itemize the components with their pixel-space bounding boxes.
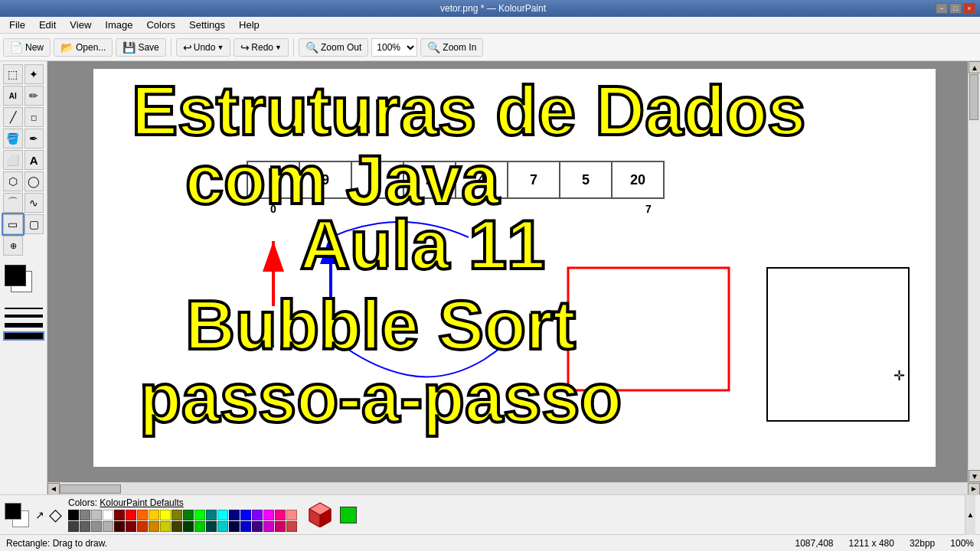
toolbox: ⬚ ✦ AI ✏ ╱ ◻ 🪣 ✒ ⬜ A ⬡ ◯ ⌒ ∿ ▭ ▢ (0, 61, 47, 494)
palette-color-3[interactable] (103, 510, 113, 520)
ai-select-tool[interactable]: AI (3, 86, 23, 106)
line-width-area (3, 305, 44, 342)
menu-file[interactable]: File (3, 18, 31, 32)
palette-color-16[interactable] (252, 510, 263, 520)
freehand-tool[interactable]: ✏ (24, 86, 44, 106)
palette-color-r2-4[interactable] (114, 521, 125, 532)
palette-color-2[interactable] (91, 510, 102, 520)
text-tool[interactable]: A (24, 150, 44, 170)
open-button[interactable]: 📂 Open... (54, 38, 113, 57)
scroll-right-button[interactable]: ► (968, 483, 980, 495)
palette-color-r2-0[interactable] (68, 521, 79, 532)
color-pick-tool[interactable]: ✒ (24, 129, 44, 148)
palette-color-5[interactable] (126, 510, 136, 520)
palette-color-12[interactable] (206, 510, 217, 520)
palette-color-r2-2[interactable] (91, 521, 102, 532)
magnifier-tool[interactable]: ⬜ (3, 150, 23, 170)
scroll-track-h[interactable] (60, 484, 968, 494)
palette-color-10[interactable] (183, 510, 194, 520)
palette-color-r2-12[interactable] (206, 521, 217, 532)
scroll-up-button[interactable]: ▲ (969, 61, 980, 73)
horizontal-scrollbar[interactable]: ◄ ► (47, 482, 980, 494)
eraser-tool[interactable]: ◻ (24, 107, 44, 127)
menu-image[interactable]: Image (99, 18, 139, 32)
palette-color-r2-19[interactable] (286, 521, 297, 532)
palette-color-r2-8[interactable] (160, 521, 171, 532)
scroll-thumb-h[interactable] (60, 484, 121, 494)
palette-color-4[interactable] (114, 510, 125, 520)
palette-color-6[interactable] (137, 510, 148, 520)
maximize-button[interactable]: □ (949, 3, 962, 14)
save-button[interactable]: 💾 Save (116, 38, 165, 57)
palette-color-15[interactable] (240, 510, 251, 520)
palette-color-r2-7[interactable] (149, 521, 159, 532)
minimize-button[interactable]: − (936, 3, 948, 14)
palette-color-0[interactable] (68, 510, 79, 520)
rounded-rect-tool[interactable]: ▢ (24, 214, 44, 234)
palette-color-r2-5[interactable] (126, 521, 136, 532)
palette-color-r2-10[interactable] (183, 521, 194, 532)
line-tool[interactable]: ╱ (3, 107, 23, 127)
window-controls[interactable]: − □ × (936, 3, 975, 14)
palette-color-r2-6[interactable] (137, 521, 148, 532)
palette-color-r2-18[interactable] (275, 521, 286, 532)
foreground-color-swatch[interactable] (5, 265, 26, 286)
palette-color-18[interactable] (275, 510, 286, 520)
palette-color-11[interactable] (194, 510, 205, 520)
fill-tool[interactable]: 🪣 (3, 129, 23, 148)
vertical-scrollbar[interactable]: ▲ ▼ (968, 61, 980, 482)
menu-view[interactable]: View (64, 18, 97, 32)
palette-color-r2-15[interactable] (240, 521, 251, 532)
line-width-4[interactable] (5, 333, 43, 339)
zoom-tool[interactable]: ⊕ (3, 236, 23, 256)
menu-help[interactable]: Help (233, 18, 266, 32)
palette-color-r2-14[interactable] (229, 521, 240, 532)
palette-color-r2-1[interactable] (80, 521, 90, 532)
spiro-tool[interactable]: ∿ (24, 193, 44, 213)
palette-color-r2-16[interactable] (252, 521, 263, 532)
canvas-area[interactable]: 9 9 3 2 4 7 5 20 0 (47, 61, 968, 482)
menu-colors[interactable]: Colors (140, 18, 181, 32)
scroll-left-button[interactable]: ◄ (47, 483, 60, 495)
palette-color-17[interactable] (263, 510, 274, 520)
polygon-tool[interactable]: ⬡ (3, 171, 23, 191)
palette-color-9[interactable] (172, 510, 182, 520)
palette-color-19[interactable] (286, 510, 297, 520)
ellipse-tool[interactable]: ◯ (24, 171, 44, 191)
close-button[interactable]: × (963, 3, 975, 14)
palette-color-r2-11[interactable] (194, 521, 205, 532)
selection-tool[interactable]: ⬚ (3, 64, 23, 84)
palette-color-8[interactable] (160, 510, 171, 520)
redo-button[interactable]: ↪ Redo ▼ (234, 38, 289, 57)
palette-color-7[interactable] (149, 510, 159, 520)
palette-color-r2-17[interactable] (263, 521, 274, 532)
rectangle-tool[interactable]: ▭ (3, 214, 23, 234)
palette-foreground-swatch[interactable] (5, 503, 21, 520)
zoom-in-button[interactable]: 🔍 Zoom In (420, 38, 483, 57)
line-width-2[interactable] (5, 315, 43, 318)
new-button[interactable]: 📄 New (3, 38, 51, 57)
green-swatch[interactable] (340, 507, 357, 523)
palette-link[interactable]: KolourPaint Defaults (100, 497, 183, 508)
palette-color-1[interactable] (80, 510, 90, 520)
menu-settings[interactable]: Settings (183, 18, 231, 32)
line-width-3[interactable] (5, 323, 43, 328)
palette-color-r2-9[interactable] (172, 521, 182, 532)
line-width-1[interactable] (5, 308, 43, 309)
zoom-out-button[interactable]: 🔍 Zoom Out (299, 38, 368, 57)
scroll-track-v[interactable] (969, 73, 980, 470)
gradient-icon[interactable]: ◇ (49, 505, 62, 525)
redo-dropdown-icon: ▼ (275, 44, 282, 51)
palette-color-r2-13[interactable] (217, 521, 228, 532)
scroll-down-button[interactable]: ▼ (969, 470, 980, 482)
palette-expand-button[interactable]: ▲ (965, 495, 975, 535)
zoom-select[interactable]: 100% 50% 200% (371, 38, 417, 57)
menu-edit[interactable]: Edit (33, 18, 62, 32)
palette-color-14[interactable] (229, 510, 240, 520)
palette-color-13[interactable] (217, 510, 228, 520)
undo-button[interactable]: ↩ Undo ▼ (176, 38, 231, 57)
curve-tool[interactable]: ⌒ (3, 193, 23, 213)
palette-color-r2-3[interactable] (103, 521, 113, 532)
scroll-thumb-v[interactable] (969, 74, 978, 120)
magic-wand-tool[interactable]: ✦ (24, 64, 44, 84)
